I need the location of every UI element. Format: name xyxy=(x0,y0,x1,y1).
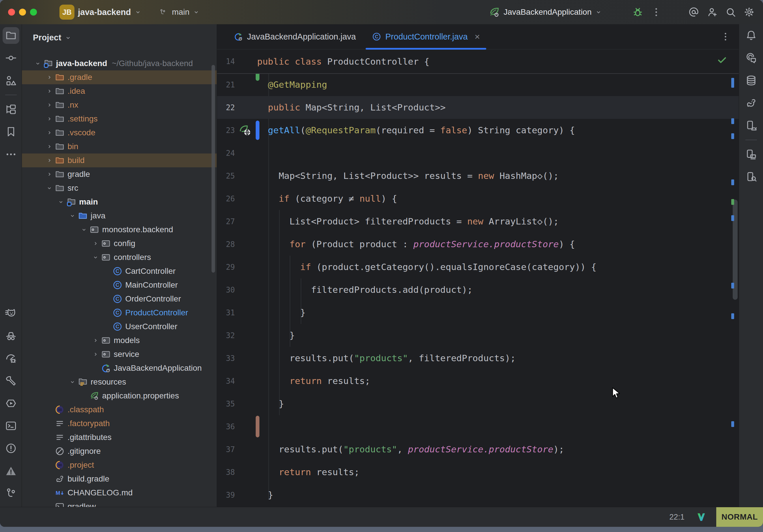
chevron-right-icon[interactable] xyxy=(45,102,54,108)
chevron-right-icon[interactable] xyxy=(45,74,54,80)
chevron-down-icon[interactable] xyxy=(45,185,54,191)
tree-item-ProductController[interactable]: CProductController xyxy=(22,306,217,320)
tree-item-CartController[interactable]: CCartController xyxy=(22,264,217,278)
tree-item-config[interactable]: config xyxy=(22,237,217,251)
line-number[interactable]: 33 xyxy=(217,354,237,363)
tree-item-.vscode[interactable]: .vscode xyxy=(22,126,217,140)
chevron-down-icon[interactable] xyxy=(80,227,88,233)
code-line-29[interactable]: 29 if (product.getCategory().equalsIgnor… xyxy=(217,256,739,278)
tree-item-.idea[interactable]: .idea xyxy=(22,84,217,98)
tree-item-UserController[interactable]: CUserController xyxy=(22,320,217,334)
left-stripe-git-branch-icon[interactable] xyxy=(0,482,22,505)
code-line-21[interactable]: 21 @GetMapping xyxy=(217,73,739,96)
error-stripe-mark[interactable] xyxy=(731,283,734,288)
tree-item-service[interactable]: service xyxy=(22,347,217,361)
line-number[interactable]: 34 xyxy=(217,377,237,385)
code-line-35[interactable]: 35 } xyxy=(217,392,739,415)
error-stripe-mark[interactable] xyxy=(731,313,734,319)
tree-item-gradlew[interactable]: gradlew xyxy=(22,500,217,507)
left-stripe-cat-icon[interactable] xyxy=(0,302,22,325)
tree-item-build.gradle[interactable]: build.gradle xyxy=(22,472,217,486)
chevron-down-icon[interactable] xyxy=(91,254,100,261)
close-window-button[interactable] xyxy=(8,9,15,16)
search-icon[interactable] xyxy=(724,6,737,19)
chevron-right-icon[interactable] xyxy=(45,157,54,163)
line-number[interactable]: 25 xyxy=(217,172,237,180)
right-stripe-database-icon[interactable] xyxy=(740,69,762,92)
right-stripe-device-inspector-icon[interactable] xyxy=(740,165,762,188)
code-line-34[interactable]: 34 return results; xyxy=(217,370,739,392)
tree-item-MainController[interactable]: CMainController xyxy=(22,278,217,292)
chevron-right-icon[interactable] xyxy=(91,337,100,344)
code-line-39[interactable]: 39 } xyxy=(217,483,739,506)
left-stripe-flow-icon[interactable] xyxy=(0,98,22,121)
tree-item-JavaBackendApplication[interactable]: JavaBackendApplication xyxy=(22,361,217,375)
left-stripe-build-icon[interactable] xyxy=(0,370,22,392)
code-line-30[interactable]: 30 filteredProducts.add(product); xyxy=(217,278,739,301)
code-line-14[interactable]: 14public class ProductController { xyxy=(217,50,429,73)
left-stripe-services-icon[interactable] xyxy=(0,392,22,415)
tree-item-build[interactable]: build xyxy=(22,154,217,167)
line-number[interactable]: 24 xyxy=(217,149,237,158)
line-number[interactable]: 21 xyxy=(217,80,237,89)
error-stripe-mark[interactable] xyxy=(731,179,734,185)
error-stripe-mark[interactable] xyxy=(731,118,734,124)
line-number[interactable]: 36 xyxy=(217,422,237,431)
right-stripe-device-explorer-icon[interactable] xyxy=(740,143,762,165)
line-number[interactable]: 39 xyxy=(217,491,237,499)
code-line-23[interactable]: 23 getAll(@RequestParam(required = false… xyxy=(217,119,739,142)
error-stripe-mark[interactable] xyxy=(731,215,734,221)
ai-assistant-icon[interactable] xyxy=(687,6,700,19)
line-number[interactable]: 23 xyxy=(217,126,237,135)
left-stripe-terminal-icon[interactable] xyxy=(0,415,22,437)
tree-item-bin[interactable]: bin xyxy=(22,140,217,154)
right-stripe-ai-chat-icon[interactable] xyxy=(740,47,762,69)
chevron-right-icon[interactable] xyxy=(45,144,54,150)
code-line-27[interactable]: 27 List<Product> filteredProducts = new … xyxy=(217,210,739,233)
project-switcher[interactable]: JB java-backend xyxy=(59,5,142,20)
tree-item-gradle[interactable]: gradle xyxy=(22,167,217,181)
code-line-36[interactable]: 36 xyxy=(217,415,739,438)
tree-item-models[interactable]: models xyxy=(22,334,217,347)
chevron-down-icon[interactable] xyxy=(68,379,77,385)
code-line-24[interactable]: 24 xyxy=(217,142,739,164)
project-tree-scrollbar[interactable] xyxy=(212,65,215,272)
tree-item-.gitattributes[interactable]: .gitattributes xyxy=(22,430,217,444)
branch-switcher[interactable]: main xyxy=(159,8,200,17)
error-stripe-mark[interactable] xyxy=(731,421,734,427)
close-tab-icon[interactable]: × xyxy=(475,32,480,42)
left-stripe-problems-icon[interactable] xyxy=(0,437,22,460)
code-line-22[interactable]: 22 public Map<String, List<Product>> xyxy=(217,96,739,119)
chevron-right-icon[interactable] xyxy=(45,116,54,122)
line-number[interactable]: 35 xyxy=(217,399,237,408)
line-number[interactable]: 38 xyxy=(217,468,237,477)
left-stripe-incognito-icon[interactable] xyxy=(0,325,22,347)
left-stripe-shapes-icon[interactable] xyxy=(0,69,22,92)
right-stripe-running-devices-icon[interactable] xyxy=(740,114,762,137)
tree-item-.factorypath[interactable]: .factorypath xyxy=(22,417,217,430)
tree-item-CHANGELOG.md[interactable]: MCHANGELOG.md xyxy=(22,486,217,500)
minimize-window-button[interactable] xyxy=(19,9,26,16)
left-stripe-profiler-icon[interactable] xyxy=(0,347,22,370)
tree-item-resources[interactable]: resources xyxy=(22,375,217,389)
line-number[interactable]: 14 xyxy=(217,57,237,66)
chevron-right-icon[interactable] xyxy=(45,171,54,177)
code-line-28[interactable]: 28 for (Product product : productService… xyxy=(217,233,739,256)
code-line-37[interactable]: 37 results.put("products", productServic… xyxy=(217,438,739,461)
spring-endpoint-icon[interactable] xyxy=(239,124,252,137)
chevron-down-icon[interactable] xyxy=(56,199,65,205)
add-user-icon[interactable] xyxy=(706,6,718,19)
tree-item-.settings[interactable]: .settings xyxy=(22,112,217,126)
right-stripe-notifications-icon[interactable] xyxy=(740,24,762,47)
tree-item-main[interactable]: main xyxy=(22,195,217,209)
chevron-right-icon[interactable] xyxy=(45,130,54,136)
code-line-25[interactable]: 25 Map<String, List<Product>> results = … xyxy=(217,164,739,187)
run-button[interactable] xyxy=(613,6,626,19)
chevron-right-icon[interactable] xyxy=(91,240,100,247)
tab-ProductController.java[interactable]: CProductController.java× xyxy=(364,24,488,49)
more-actions-button[interactable] xyxy=(650,6,663,19)
error-stripe-mark[interactable] xyxy=(731,133,734,139)
tree-item-.gitignore[interactable]: .gitignore xyxy=(22,444,217,458)
error-stripe-mark[interactable] xyxy=(731,199,734,205)
code-line-38[interactable]: 38 return results; xyxy=(217,461,739,483)
